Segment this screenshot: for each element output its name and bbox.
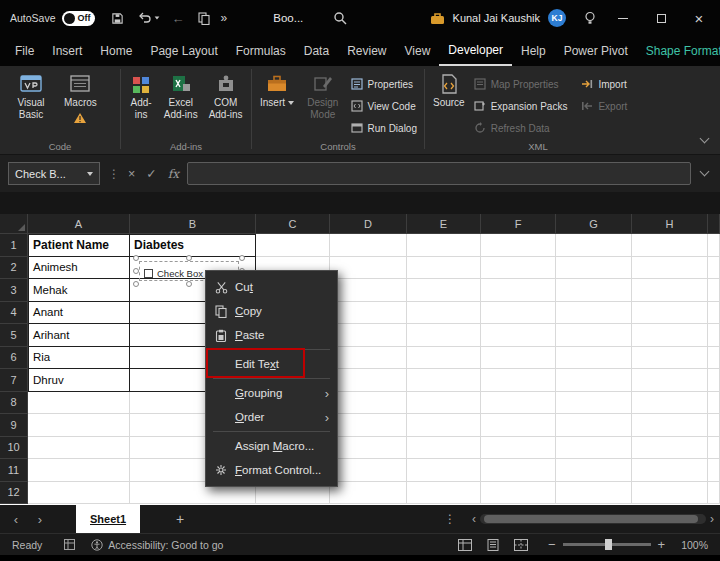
cell-E3[interactable] <box>407 279 481 302</box>
menu-item-cut[interactable]: Cut <box>206 275 337 299</box>
cell-A12[interactable] <box>28 482 130 505</box>
cell-F6[interactable] <box>481 347 556 370</box>
com-addins-button[interactable]: COM Add-ins <box>204 71 247 123</box>
tab-shape-format[interactable]: Shape Format <box>637 36 720 66</box>
cell-D3[interactable] <box>330 279 407 302</box>
menu-item-order[interactable]: Order › <box>206 405 337 429</box>
tab-home[interactable]: Home <box>91 36 141 66</box>
menu-item-copy[interactable]: Copy <box>206 299 337 323</box>
cell-D11[interactable] <box>330 459 407 482</box>
tab-help[interactable]: Help <box>512 36 555 66</box>
map-properties-button[interactable]: Map Properties <box>471 74 571 94</box>
cell-G5[interactable] <box>556 324 632 347</box>
cell-E9[interactable] <box>407 414 481 437</box>
cell-G10[interactable] <box>556 437 632 460</box>
page-break-view-button[interactable] <box>514 539 528 551</box>
cell-D1[interactable] <box>330 234 407 257</box>
cell-F9[interactable] <box>481 414 556 437</box>
cell-D9[interactable] <box>330 414 407 437</box>
row-header-9[interactable]: 9 <box>0 414 28 437</box>
cell-A9[interactable] <box>28 414 130 437</box>
row-header-3[interactable]: 3 <box>0 279 28 302</box>
row-header-1[interactable]: 1 <box>0 234 28 257</box>
horizontal-scrollbar[interactable] <box>480 514 706 524</box>
copy-quick-button[interactable] <box>198 12 210 25</box>
autosave-control[interactable]: AutoSave Off <box>10 11 95 26</box>
cell-H9[interactable] <box>632 414 708 437</box>
cell-F2[interactable] <box>481 257 556 280</box>
cell-G2[interactable] <box>556 257 632 280</box>
tab-developer[interactable]: Developer <box>439 36 512 66</box>
insert-control-button[interactable]: Insert <box>256 71 298 112</box>
cell-F10[interactable] <box>481 437 556 460</box>
cell-A2[interactable]: Animesh <box>28 257 130 280</box>
source-button[interactable]: Source <box>429 71 469 112</box>
scroll-right-icon[interactable]: › <box>710 512 714 526</box>
redo-button[interactable]: ← <box>172 11 185 26</box>
insert-function-button[interactable]: fx <box>168 167 179 181</box>
save-button[interactable] <box>111 12 124 25</box>
menu-item-assign-macro[interactable]: Assign Macro... <box>206 434 337 458</box>
cell-A10[interactable] <box>28 437 130 460</box>
selection-handle[interactable] <box>133 255 139 261</box>
cell-B1[interactable]: Diabetes <box>130 234 256 257</box>
cell-C1[interactable] <box>256 234 330 257</box>
visual-basic-button[interactable]: Visual Basic <box>4 71 58 123</box>
cell-F4[interactable] <box>481 302 556 325</box>
cell-F8[interactable] <box>481 392 556 415</box>
col-header-D[interactable]: D <box>330 214 407 234</box>
enter-formula-button[interactable]: ✓ <box>146 166 156 181</box>
zoom-out-button[interactable]: − <box>548 537 556 552</box>
autosave-toggle[interactable]: Off <box>62 11 95 26</box>
cell-A4[interactable]: Anant <box>28 302 130 325</box>
run-dialog-button[interactable]: Run Dialog <box>348 118 420 138</box>
row-header-11[interactable]: 11 <box>0 459 28 482</box>
row-header-5[interactable]: 5 <box>0 324 28 347</box>
selection-handle[interactable] <box>133 281 139 287</box>
cell-D12[interactable] <box>330 482 407 505</box>
cell-H7[interactable] <box>632 369 708 392</box>
row-header-12[interactable]: 12 <box>0 482 28 505</box>
row-header-2[interactable]: 2 <box>0 257 28 280</box>
search-button[interactable] <box>333 11 347 25</box>
qat-overflow-button[interactable]: » <box>221 11 228 25</box>
design-mode-button[interactable]: Design Mode <box>300 71 346 123</box>
cell-F1[interactable] <box>481 234 556 257</box>
tab-file[interactable]: File <box>6 36 43 66</box>
tab-power-pivot[interactable]: Power Pivot <box>555 36 637 66</box>
refresh-data-button[interactable]: Refresh Data <box>471 118 571 138</box>
cell-G8[interactable] <box>556 392 632 415</box>
name-box-resize-dots[interactable]: ⋮ <box>108 167 120 181</box>
export-button[interactable]: Export <box>578 96 630 116</box>
cancel-formula-button[interactable]: × <box>128 167 135 181</box>
cell-A3[interactable]: Mehak <box>28 279 130 302</box>
col-header-B[interactable]: B <box>130 214 256 234</box>
sheet-nav-prev-icon[interactable]: ‹ <box>4 512 28 527</box>
cell-G1[interactable] <box>556 234 632 257</box>
row-header-7[interactable]: 7 <box>0 369 28 392</box>
cell-A6[interactable]: Ria <box>28 347 130 370</box>
cell-A11[interactable] <box>28 459 130 482</box>
col-header-H[interactable]: H <box>632 214 708 234</box>
cell-G4[interactable] <box>556 302 632 325</box>
accessibility-status[interactable]: Accessibility: Good to go <box>91 539 223 551</box>
row-header-4[interactable]: 4 <box>0 302 28 325</box>
collapse-ribbon-icon[interactable] <box>700 134 710 144</box>
cell-E7[interactable] <box>407 369 481 392</box>
add-sheet-button[interactable]: + <box>176 511 184 527</box>
cell-E8[interactable] <box>407 392 481 415</box>
menu-item-paste[interactable]: Paste <box>206 323 337 347</box>
tab-review[interactable]: Review <box>338 36 395 66</box>
scroll-left-icon[interactable]: ‹ <box>472 512 476 526</box>
tab-formulas[interactable]: Formulas <box>227 36 295 66</box>
row-header-6[interactable]: 6 <box>0 347 28 370</box>
cell-E11[interactable] <box>407 459 481 482</box>
cell-F12[interactable] <box>481 482 556 505</box>
tab-view[interactable]: View <box>396 36 440 66</box>
cell-H2[interactable] <box>632 257 708 280</box>
tab-insert[interactable]: Insert <box>43 36 91 66</box>
selection-handle[interactable] <box>239 255 245 261</box>
cell-G12[interactable] <box>556 482 632 505</box>
col-header-A[interactable]: A <box>28 214 130 234</box>
cell-G7[interactable] <box>556 369 632 392</box>
